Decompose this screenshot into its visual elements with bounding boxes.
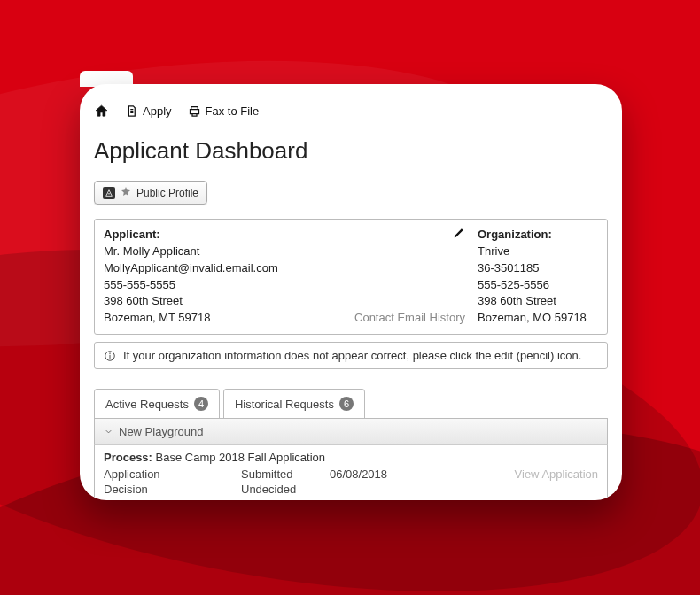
stage-application-label: Application xyxy=(104,468,241,481)
organization-heading: Organization: xyxy=(478,227,598,243)
organization-block: Organization: Thrive 36-3501185 555-525-… xyxy=(465,227,598,327)
organization-ein: 36-3501185 xyxy=(478,260,598,277)
fax-link[interactable]: Fax to File xyxy=(188,104,260,118)
info-notice: If your organization information does no… xyxy=(94,342,608,369)
organization-citystate: Bozeman, MO 59718 xyxy=(478,310,598,327)
request-tabs: Active Requests 4 Historical Requests 6 xyxy=(94,389,608,419)
request-body: Process: Base Camp 2018 Fall Application… xyxy=(94,445,608,500)
tab-historical-label: Historical Requests xyxy=(235,398,334,411)
home-icon xyxy=(94,104,109,119)
tab-active-count: 4 xyxy=(194,397,208,411)
info-icon xyxy=(104,350,116,362)
tab-active-requests[interactable]: Active Requests 4 xyxy=(94,389,220,418)
home-link[interactable] xyxy=(94,104,109,119)
applicant-email: MollyApplicant@invalid.email.com xyxy=(104,260,341,277)
fax-label: Fax to File xyxy=(206,104,260,118)
applicant-heading: Applicant: xyxy=(104,227,341,243)
tab-historical-count: 6 xyxy=(339,397,354,411)
public-profile-label: Public Profile xyxy=(136,187,198,199)
stage-decision-label: Decision xyxy=(104,483,241,496)
page-title: Applicant Dashboard xyxy=(80,128,622,177)
organization-name: Thrive xyxy=(478,243,598,260)
contact-email-history-link[interactable]: Contact Email History xyxy=(354,310,465,327)
document-icon xyxy=(125,104,138,118)
edit-button[interactable] xyxy=(453,228,465,242)
tab-active-label: Active Requests xyxy=(105,398,189,411)
star-icon xyxy=(121,186,131,199)
view-application-link[interactable]: View Application xyxy=(436,468,598,481)
contact-panel: Applicant: Mr. Molly Applicant MollyAppl… xyxy=(94,219,608,335)
applicant-block: Applicant: Mr. Molly Applicant MollyAppl… xyxy=(104,227,341,327)
guidestar-icon xyxy=(103,187,115,199)
public-profile-button[interactable]: Public Profile xyxy=(94,181,207,205)
tab-historical-requests[interactable]: Historical Requests 6 xyxy=(223,389,365,418)
pencil-icon xyxy=(453,227,465,239)
request-accordion-header[interactable]: New Playground xyxy=(94,419,608,445)
app-window: Apply Fax to File Applicant Dashboard Pu… xyxy=(80,84,622,500)
stage-application-status: Submitted xyxy=(241,468,330,481)
applicant-phone: 555-555-5555 xyxy=(104,277,341,294)
top-nav: Apply Fax to File xyxy=(80,100,622,128)
stage-application-date: 06/08/2018 xyxy=(330,468,436,481)
request-title: New Playground xyxy=(119,425,203,438)
info-notice-text: If your organization information does no… xyxy=(123,349,581,362)
process-label: Process: xyxy=(104,451,152,464)
stage-decision-status: Undecided xyxy=(241,483,330,496)
applicant-name: Mr. Molly Applicant xyxy=(104,243,341,260)
fax-icon xyxy=(188,104,201,118)
applicant-citystate: Bozeman, MT 59718 xyxy=(104,310,341,327)
organization-street: 398 60th Street xyxy=(478,293,598,310)
process-value: Base Camp 2018 Fall Application xyxy=(156,451,326,464)
apply-label: Apply xyxy=(143,104,172,118)
chevron-down-icon xyxy=(104,427,113,437)
svg-point-2 xyxy=(110,352,111,353)
apply-link[interactable]: Apply xyxy=(125,104,172,118)
organization-phone: 555-525-5556 xyxy=(478,277,598,294)
applicant-street: 398 60th Street xyxy=(104,293,341,310)
